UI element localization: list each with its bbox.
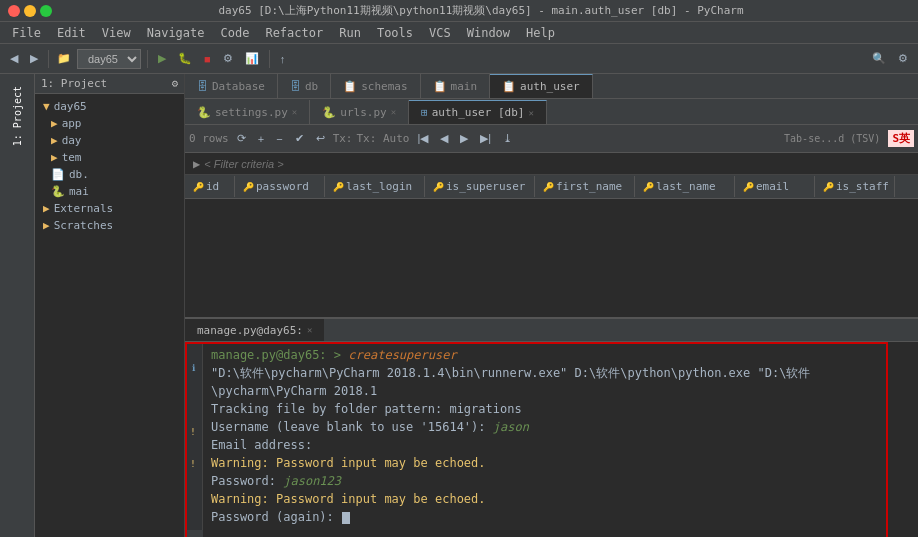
tree-item-day65[interactable]: ▼ day65 [35, 98, 184, 115]
toolbar-vcs[interactable]: ↑ [276, 51, 290, 67]
tree-item-scratches[interactable]: ▶ Scratches [35, 217, 184, 234]
terminal-content: manage.py@day65: > createsuperuser "D:\软… [203, 342, 918, 530]
tab-sep-label: Tab-se...d (TSV) [784, 133, 880, 144]
sidebar-tab-project[interactable]: 1: Project [10, 78, 25, 154]
col-header-password: 🔑 password [235, 176, 325, 197]
db-refresh[interactable]: ⟳ [233, 130, 250, 147]
menu-run[interactable]: Run [331, 24, 369, 42]
toolbar-back[interactable]: ◀ [6, 50, 22, 67]
menu-code[interactable]: Code [213, 24, 258, 42]
tab-schemas[interactable]: 📋 schemas [331, 74, 420, 98]
menu-file[interactable]: File [4, 24, 49, 42]
window-title: day65 [D:\上海Python11期视频\python11期视频\day6… [52, 3, 910, 18]
project-panel: 1: Project ⚙ ▼ day65 ▶ app ▶ day ▶ [35, 74, 185, 537]
bottom-panel: manage.py@day65: ✕ ℹ [185, 317, 918, 537]
min-btn[interactable] [24, 5, 36, 17]
tab-db-file[interactable]: 🗄 db [278, 74, 331, 98]
menu-tools[interactable]: Tools [369, 24, 421, 42]
db-export[interactable]: ⤓ [499, 130, 516, 147]
db-add-row[interactable]: + [254, 131, 268, 147]
tree-item-app[interactable]: ▶ app [35, 115, 184, 132]
folder-icon: ▼ [43, 100, 50, 113]
menu-vcs[interactable]: VCS [421, 24, 459, 42]
menu-edit[interactable]: Edit [49, 24, 94, 42]
close-urls[interactable]: ✕ [391, 107, 396, 117]
terminal-line-9: Password (again): [211, 508, 910, 526]
key-icon-is: 🔑 [823, 182, 834, 192]
filter-input[interactable] [204, 158, 343, 170]
close-btn[interactable] [8, 5, 20, 17]
db-icon: 🗄 [197, 80, 208, 93]
gutter-line6: ! [185, 424, 201, 440]
middle-area: 1: Project 1: Project ⚙ ▼ day65 ▶ app ▶ [0, 74, 918, 537]
db-nav-last[interactable]: ▶| [476, 130, 495, 147]
title-bar: day65 [D:\上海Python11期视频\python11期视频\day6… [0, 0, 918, 22]
editor-right: 🗄 Database 🗄 db 📋 schemas 📋 main 📋 [185, 74, 918, 537]
toolbar-search[interactable]: 🔍 [868, 50, 890, 67]
tab-auth-user[interactable]: 📋 auth_user [490, 74, 593, 98]
toolbar-coverage[interactable]: 📊 [241, 50, 263, 67]
filter-bar: ▶ [185, 153, 918, 175]
toolbar-forward[interactable]: ▶ [26, 50, 42, 67]
toolbar-stop[interactable]: ■ [200, 51, 215, 67]
toolbar-sep2 [147, 50, 148, 68]
folder-icon: ▶ [51, 134, 58, 147]
col-header-first-name: 🔑 first_name [535, 176, 635, 197]
py-file-icon: 🐍 [197, 106, 211, 119]
menu-window[interactable]: Window [459, 24, 518, 42]
tree-item-tem[interactable]: ▶ tem [35, 149, 184, 166]
tree-item-externals[interactable]: ▶ Externals [35, 200, 184, 217]
db-commit[interactable]: ✔ [291, 130, 308, 147]
tree-item-mai[interactable]: 🐍 mai [35, 183, 184, 200]
menu-navigate[interactable]: Navigate [139, 24, 213, 42]
top-editor-area: 🐍 settings.py ✕ 🐍 urls.py ✕ ⊞ auth_user … [185, 99, 918, 317]
close-settings[interactable]: ✕ [292, 107, 297, 117]
py-file-icon2: 🐍 [322, 106, 336, 119]
bottom-tab-terminal[interactable]: manage.py@day65: ✕ [185, 319, 324, 341]
tab-settings-py[interactable]: 🐍 settings.py ✕ [185, 100, 310, 124]
terminal-line-2: "D:\软件\pycharm\PyCharm 2018.1.4\bin\runn… [211, 364, 910, 400]
max-btn[interactable] [40, 5, 52, 17]
sidebar-left: 1: Project [0, 74, 35, 537]
tab-main[interactable]: 📋 main [421, 74, 491, 98]
gear-icon[interactable]: ⚙ [171, 77, 178, 90]
col-header-email: 🔑 email [735, 176, 815, 197]
tab-auth-user-db[interactable]: ⊞ auth_user [db] ✕ [409, 100, 547, 124]
key-icon-fn: 🔑 [543, 182, 554, 192]
folder-icon: ▶ [43, 219, 50, 232]
editor-tabs-bar: 🐍 settings.py ✕ 🐍 urls.py ✕ ⊞ auth_user … [185, 99, 918, 125]
toolbar-settings[interactable]: ⚙ [894, 50, 912, 67]
auth-icon: 📋 [502, 80, 516, 93]
project-panel-header: 1: Project ⚙ [35, 74, 184, 94]
toolbar-run[interactable]: ▶ [154, 50, 170, 67]
toolbar-build[interactable]: ⚙ [219, 50, 237, 67]
toolbar-debug[interactable]: 🐛 [174, 50, 196, 67]
key-icon-pw: 🔑 [243, 182, 254, 192]
terminal-line-5: Email address: [211, 436, 910, 454]
tree-item-db[interactable]: 📄 db. [35, 166, 184, 183]
db-nav-prev[interactable]: ◀ [436, 130, 452, 147]
menu-refactor[interactable]: Refactor [257, 24, 331, 42]
col-header-is-superuser: 🔑 is_superuser [425, 176, 535, 197]
terminal[interactable]: ℹ ! ! manage.py@day65: > [185, 342, 918, 530]
filter-icon: ▶ [193, 157, 200, 171]
db-nav-next[interactable]: ▶ [456, 130, 472, 147]
db-rollback[interactable]: ↩ [312, 130, 329, 147]
db-nav-first[interactable]: |◀ [413, 130, 432, 147]
gutter-line3 [185, 376, 201, 392]
menu-bar: File Edit View Navigate Code Refactor Ru… [0, 22, 918, 44]
main-icon: 📋 [433, 80, 447, 93]
close-terminal[interactable]: ✕ [307, 325, 312, 335]
gutter-line5 [185, 408, 201, 424]
tab-database[interactable]: 🗄 Database [185, 74, 278, 98]
col-header-last-name: 🔑 last_name [635, 176, 735, 197]
menu-view[interactable]: View [94, 24, 139, 42]
project-icon: 📁 [55, 52, 73, 65]
tab-urls-py[interactable]: 🐍 urls.py ✕ [310, 100, 409, 124]
col-header-last-login: 🔑 last_login [325, 176, 425, 197]
tree-item-day[interactable]: ▶ day [35, 132, 184, 149]
menu-help[interactable]: Help [518, 24, 563, 42]
db-minus-row[interactable]: − [272, 131, 286, 147]
project-selector[interactable]: day65 [77, 49, 141, 69]
close-auth-user[interactable]: ✕ [528, 108, 533, 118]
